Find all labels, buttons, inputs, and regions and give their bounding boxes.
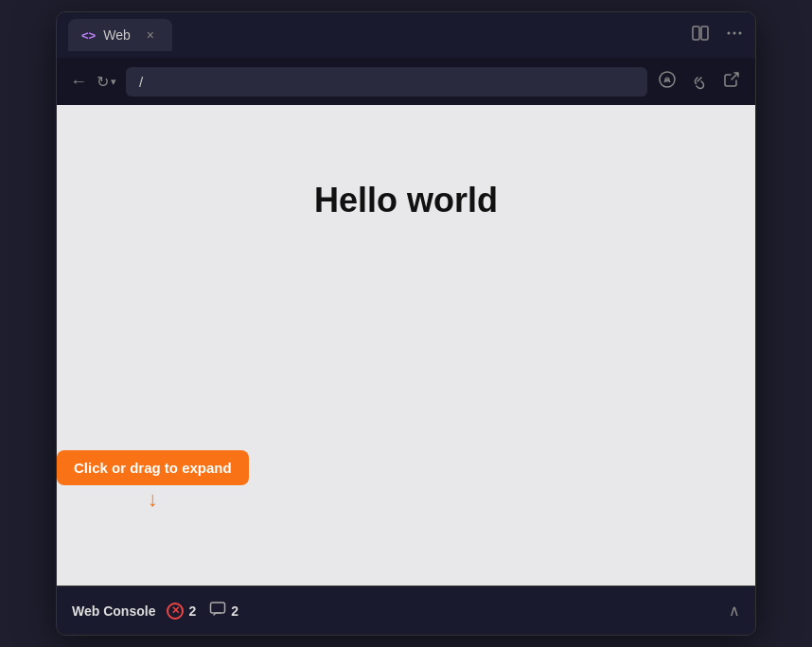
- tab-list: <> Web ×: [68, 19, 172, 51]
- expand-tooltip[interactable]: Click or drag to expand ↓: [57, 450, 249, 510]
- tab-close-button[interactable]: ×: [142, 26, 159, 44]
- svg-rect-1: [701, 26, 708, 40]
- refresh-dropdown-button[interactable]: ▾: [111, 76, 116, 88]
- error-circle-icon: ✕: [167, 603, 184, 620]
- url-input[interactable]: [126, 67, 647, 96]
- comment-badge: 2: [209, 601, 238, 621]
- console-badges: ✕ 2 2: [167, 601, 729, 621]
- svg-rect-0: [693, 26, 699, 40]
- refresh-wrapper: ↻ ▾: [97, 73, 116, 91]
- more-options-icon[interactable]: [725, 24, 744, 47]
- svg-point-4: [739, 31, 742, 34]
- page-body: Hello world: [314, 181, 498, 220]
- address-bar: ← ↻ ▾: [57, 58, 755, 105]
- split-view-icon[interactable]: [691, 24, 710, 47]
- tab-bar: <> Web ×: [57, 12, 755, 58]
- external-link-icon[interactable]: [721, 69, 742, 94]
- tab-code-icon: <>: [81, 28, 96, 43]
- tooltip-bubble: Click or drag to expand: [57, 450, 249, 485]
- back-button[interactable]: ←: [70, 72, 87, 92]
- hello-world-heading: Hello world: [314, 181, 498, 220]
- svg-rect-7: [211, 603, 225, 613]
- comment-count: 2: [231, 603, 238, 619]
- active-tab[interactable]: <> Web ×: [68, 19, 172, 51]
- console-label: Web Console: [72, 603, 155, 619]
- error-count: 2: [188, 603, 196, 619]
- svg-point-3: [733, 31, 736, 34]
- address-actions: [657, 69, 742, 94]
- browser-content: Hello world Click or drag to expand ↓: [57, 105, 755, 586]
- tab-actions: [691, 24, 744, 47]
- link-icon[interactable]: [689, 69, 710, 94]
- tooltip-arrow-wrapper: ↓: [148, 489, 158, 510]
- tooltip-down-arrow: ↓: [148, 489, 158, 510]
- console-expand-button[interactable]: ∧: [729, 602, 740, 620]
- svg-point-2: [728, 31, 731, 34]
- design-tool-icon[interactable]: [657, 69, 678, 94]
- tooltip-text: Click or drag to expand: [74, 460, 232, 476]
- tab-label: Web: [103, 27, 131, 43]
- console-bar[interactable]: Web Console ✕ 2 2 ∧: [57, 586, 755, 635]
- error-badge: ✕ 2: [167, 603, 196, 620]
- browser-window: <> Web × ← ↻: [56, 11, 756, 636]
- comment-icon: [209, 601, 226, 621]
- refresh-button[interactable]: ↻: [97, 73, 109, 91]
